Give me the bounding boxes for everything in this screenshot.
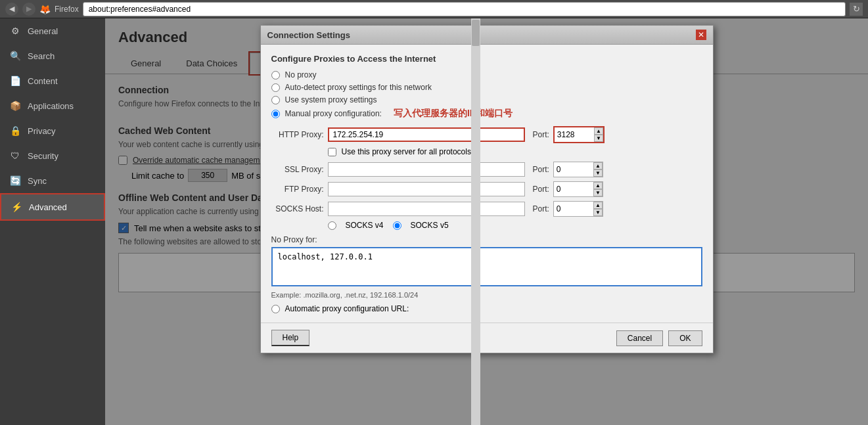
manual-proxy-row: Manual proxy configuration: 写入代理服务器的IP和端… [271, 108, 702, 120]
sidebar: ⚙ General 🔍 Search 📄 Content 📦 Applicati… [0, 18, 105, 425]
sidebar-label-search: Search [28, 51, 55, 61]
cancel-button[interactable]: Cancel [616, 330, 663, 346]
modal-titlebar: Connection Settings ✕ [261, 26, 713, 45]
proxy-options: No proxy Auto-detect proxy settings for … [271, 70, 702, 120]
socks-version-row: SOCKS v4 SOCKS v5 [328, 221, 702, 230]
proxy-annotation: 写入代理服务器的IP和端口号 [394, 108, 513, 120]
http-port-spinner[interactable]: ▲ ▼ [594, 127, 603, 142]
auto-detect-radio[interactable] [271, 83, 280, 92]
sidebar-label-general: General [28, 26, 58, 36]
use-all-protocols-row: Use this proxy server for all protocols [328, 147, 702, 156]
sidebar-item-search[interactable]: 🔍 Search [0, 43, 105, 68]
privacy-icon: 🔒 [9, 125, 21, 137]
sidebar-label-security: Security [28, 151, 58, 161]
socks-v5-radio[interactable] [393, 221, 401, 230]
http-port-down[interactable]: ▼ [594, 135, 603, 142]
http-port-label: Port: [533, 130, 549, 139]
scrollbar[interactable] [471, 18, 480, 425]
socks-v4-radio[interactable] [328, 221, 336, 230]
sidebar-item-sync[interactable]: 🔄 Sync [0, 168, 105, 193]
modal-title: Connection Settings [267, 30, 350, 40]
http-proxy-input[interactable] [328, 127, 525, 142]
proxy-example: Example: .mozilla.org, .net.nz, 192.168.… [271, 291, 702, 299]
sidebar-label-applications: Applications [28, 101, 74, 111]
manual-proxy-radio[interactable] [271, 110, 280, 118]
ok-button[interactable]: OK [668, 330, 702, 346]
sidebar-item-content[interactable]: 📄 Content [0, 68, 105, 93]
ssl-port-input[interactable] [554, 162, 593, 177]
socks-port-label: Port: [533, 204, 549, 213]
sync-icon: 🔄 [9, 175, 21, 187]
ftp-proxy-row: FTP Proxy: Port: ▲ ▼ [271, 181, 702, 197]
security-icon: 🛡 [9, 150, 21, 162]
applications-icon: 📦 [9, 100, 21, 112]
no-proxy-section: No Proxy for: localhost, 127.0.0.1 Examp… [271, 235, 702, 299]
auto-detect-row: Auto-detect proxy settings for this netw… [271, 83, 702, 92]
system-proxy-label: Use system proxy settings [285, 95, 377, 104]
modal-overlay: Connection Settings ✕ Configure Proxies … [105, 18, 868, 425]
sidebar-label-content: Content [28, 76, 58, 86]
forward-button[interactable]: ▶ [22, 3, 35, 16]
no-proxy-for-label: No Proxy for: [271, 235, 702, 244]
socks-port-up[interactable]: ▲ [593, 202, 603, 209]
modal-section-title: Configure Proxies to Access the Internet [271, 54, 702, 64]
socks-port-down[interactable]: ▼ [593, 209, 603, 216]
footer-right: Cancel OK [616, 330, 702, 346]
ssl-port-up[interactable]: ▲ [593, 162, 603, 169]
no-proxy-textarea[interactable]: localhost, 127.0.0.1 [271, 247, 702, 286]
manual-proxy-label: Manual proxy configuration: [285, 109, 382, 118]
content-area: Advanced General Data Choices Network Co… [105, 18, 868, 425]
auto-detect-label: Auto-detect proxy settings for this netw… [285, 83, 432, 92]
ftp-port-input[interactable] [554, 182, 593, 196]
sidebar-item-security[interactable]: 🛡 Security [0, 143, 105, 168]
footer-left: Help [271, 330, 310, 346]
no-proxy-row: No proxy [271, 70, 702, 79]
no-proxy-label: No proxy [285, 70, 317, 79]
ssl-port-spinner[interactable]: ▲ ▼ [593, 162, 603, 177]
ssl-proxy-row: SSL Proxy: Port: ▲ ▼ [271, 162, 702, 177]
ftp-proxy-input[interactable] [328, 182, 525, 196]
auto-proxy-url-label: Automatic proxy configuration URL: [285, 304, 409, 313]
modal-close-button[interactable]: ✕ [696, 30, 706, 40]
firefox-icon: 🦊 [39, 4, 51, 14]
sidebar-item-general[interactable]: ⚙ General [0, 18, 105, 43]
ftp-proxy-label: FTP Proxy: [271, 185, 324, 194]
browser-chrome: ◀ ▶ 🦊 Firefox ↻ [0, 0, 868, 18]
connection-settings-modal: Connection Settings ✕ Configure Proxies … [260, 25, 714, 353]
modal-body: Configure Proxies to Access the Internet… [261, 45, 713, 323]
socks-host-input[interactable] [328, 202, 525, 216]
sidebar-item-privacy[interactable]: 🔒 Privacy [0, 118, 105, 143]
use-all-protocols-checkbox[interactable] [328, 148, 336, 156]
help-button[interactable]: Help [271, 330, 310, 346]
back-button[interactable]: ◀ [5, 3, 18, 16]
ssl-proxy-label: SSL Proxy: [271, 165, 324, 174]
ssl-proxy-input[interactable] [328, 162, 525, 177]
ftp-port-label: Port: [533, 185, 549, 194]
auto-proxy-url-radio[interactable] [271, 305, 280, 313]
ftp-port-up[interactable]: ▲ [593, 182, 603, 189]
socks-port-input[interactable] [554, 202, 593, 216]
scrollbar-thumb[interactable] [472, 20, 480, 46]
ssl-port-down[interactable]: ▼ [593, 169, 603, 177]
refresh-button[interactable]: ↻ [850, 3, 863, 16]
socks-host-label: SOCKS Host: [271, 204, 324, 213]
socks-v4-label: SOCKS v4 [346, 221, 384, 230]
advanced-icon: ⚡ [11, 201, 22, 213]
sidebar-item-advanced[interactable]: ⚡ Advanced [0, 193, 105, 221]
sidebar-label-privacy: Privacy [28, 126, 56, 136]
firefox-label: Firefox [55, 5, 79, 14]
general-icon: ⚙ [9, 25, 21, 37]
ftp-port-down[interactable]: ▼ [593, 189, 603, 196]
sidebar-item-applications[interactable]: 📦 Applications [0, 93, 105, 118]
http-port-up[interactable]: ▲ [594, 127, 603, 135]
ssl-port-label: Port: [533, 165, 549, 174]
ftp-port-spinner[interactable]: ▲ ▼ [593, 182, 603, 196]
search-icon: 🔍 [9, 50, 21, 62]
no-proxy-radio[interactable] [271, 71, 280, 79]
url-bar[interactable] [83, 2, 846, 16]
sidebar-label-sync: Sync [28, 176, 47, 186]
http-proxy-label: HTTP Proxy: [271, 130, 324, 139]
socks-port-spinner[interactable]: ▲ ▼ [593, 202, 603, 216]
http-port-input[interactable] [555, 127, 594, 142]
system-proxy-radio[interactable] [271, 96, 280, 104]
